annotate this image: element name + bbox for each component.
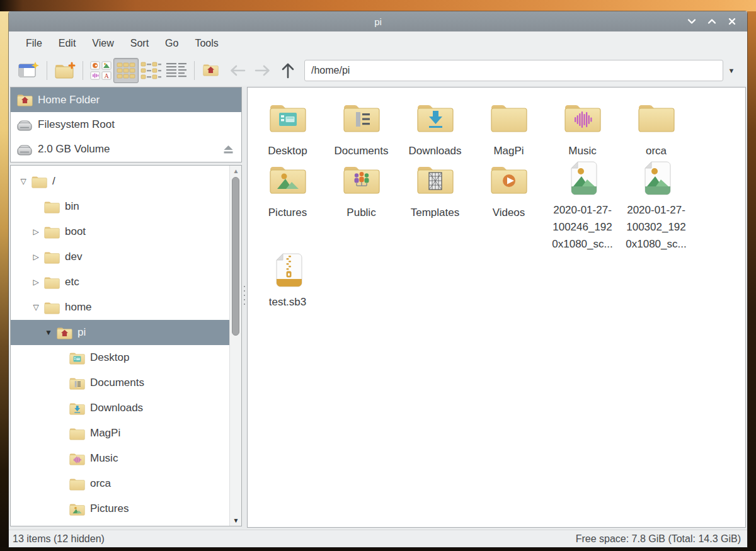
tree-item-label: home <box>65 301 92 314</box>
expander-icon[interactable]: ▼ <box>42 328 55 337</box>
file-item-icon <box>268 161 308 201</box>
tree-item-icon <box>42 200 61 214</box>
file-item-label: orca <box>619 142 693 159</box>
folder-icon <box>489 161 529 197</box>
thumbnail-view-button[interactable]: A <box>88 58 113 83</box>
expander-icon[interactable]: ▷ <box>30 227 42 236</box>
file-item[interactable]: Pictures <box>251 158 324 221</box>
pane-splitter[interactable] <box>243 86 246 530</box>
tree-item[interactable]: Music <box>11 446 241 471</box>
scroll-down-arrow[interactable]: ▼ <box>230 517 242 524</box>
menu-item[interactable]: Tools <box>186 34 226 53</box>
folder-icon <box>415 161 455 197</box>
tree-item-icon <box>42 250 61 264</box>
tree-item-icon <box>30 174 49 189</box>
tree-item[interactable]: MagPi <box>11 421 241 446</box>
statusbar: 13 items (12 hidden) Free space: 7.8 GiB… <box>9 530 747 547</box>
menu-item[interactable]: Go <box>157 34 186 53</box>
tree-item[interactable]: Documents <box>11 370 241 395</box>
scrollbar-thumb[interactable] <box>232 177 239 336</box>
file-item[interactable]: Desktop <box>251 96 324 159</box>
file-item[interactable]: 2020-01-27- 100302_192 0x1080_sc... <box>619 158 693 253</box>
titlebar[interactable]: pi <box>9 11 747 31</box>
places-item[interactable]: 2.0 GB Volume <box>11 137 241 161</box>
tree-item[interactable]: ▷ <box>11 244 241 270</box>
home-button[interactable] <box>200 58 225 83</box>
file-item[interactable]: test.sb3 <box>251 250 324 310</box>
scroll-up-arrow[interactable]: ▲ <box>230 168 242 174</box>
file-item-icon <box>489 161 529 201</box>
place-label: Home Folder <box>38 94 100 106</box>
templates-emblem <box>429 173 442 190</box>
file-item[interactable]: Public <box>324 158 398 221</box>
file-item[interactable]: orca <box>619 96 693 159</box>
folder-icon <box>69 502 86 516</box>
expander-icon[interactable]: ▷ <box>30 253 42 261</box>
icon-view-button[interactable] <box>113 58 139 83</box>
tree-item[interactable]: Downloads <box>11 395 241 421</box>
places-item[interactable]: Filesystem Root <box>11 112 241 137</box>
forward-button[interactable] <box>250 58 275 83</box>
tree-item[interactable]: orca <box>11 471 241 496</box>
up-arrow-icon <box>280 62 295 79</box>
menu-item[interactable]: File <box>18 34 50 53</box>
tree-item-icon <box>42 225 61 239</box>
new-window-button[interactable] <box>16 58 42 83</box>
folder-icon <box>636 99 677 135</box>
file-item[interactable]: 2020-01-27- 100246_192 0x1080_sc... <box>546 158 619 253</box>
expander-icon[interactable]: ▽ <box>17 177 30 186</box>
eject-button[interactable] <box>223 144 234 154</box>
file-item-icon <box>415 161 455 201</box>
expander-icon[interactable]: ▽ <box>30 303 42 312</box>
splitter-grip-icon <box>244 286 245 307</box>
file-item-icon <box>268 250 308 290</box>
tree-item[interactable]: Pictures <box>11 496 241 521</box>
folder-icon <box>43 225 60 239</box>
tree-item-label: / <box>52 175 55 188</box>
menu-item[interactable]: Sort <box>122 34 157 53</box>
tree-scrollbar[interactable]: ▲ ▼ <box>229 166 241 526</box>
path-input[interactable] <box>304 60 723 81</box>
tree-item[interactable]: ▼ <box>11 320 241 345</box>
tree-item-icon <box>42 275 61 290</box>
file-item[interactable]: Music <box>546 96 619 159</box>
places-panel: Home Folder Filesystem Root 2.0 GB Volum… <box>10 87 242 162</box>
file-item[interactable]: Templates <box>398 158 472 221</box>
menu-item[interactable]: Edit <box>50 34 84 53</box>
file-item-label: MagPi <box>472 142 546 159</box>
file-item[interactable]: Documents <box>324 96 398 159</box>
tree-item[interactable]: bin <box>11 194 241 219</box>
forward-arrow-icon <box>253 64 272 77</box>
dropdown-caret-icon: ▼ <box>728 67 735 74</box>
back-button[interactable] <box>225 58 250 83</box>
file-item[interactable]: Videos <box>472 158 546 221</box>
folder-icon <box>56 326 73 340</box>
tree-item[interactable]: ▷ <box>11 270 241 295</box>
new-folder-button[interactable] <box>52 58 77 83</box>
file-item-label: Music <box>546 142 619 159</box>
file-view-panel: Desktop <box>247 87 746 528</box>
tree-item[interactable]: Desktop <box>11 345 241 370</box>
tree-item[interactable]: ▽ <box>11 169 241 194</box>
tree-item-label: Music <box>90 452 118 465</box>
expander-icon[interactable]: ▷ <box>30 278 42 287</box>
compact-view-button[interactable] <box>139 58 164 83</box>
places-item[interactable]: Home Folder <box>11 88 241 112</box>
menubar: FileEditViewSortGoTools <box>9 31 747 55</box>
detailed-list-view-button[interactable] <box>164 58 189 83</box>
folder-icon <box>69 376 86 390</box>
tree-item-icon <box>67 351 86 365</box>
tree-item-label: dev <box>65 251 82 263</box>
tree-item-label: MagPi <box>90 427 120 440</box>
toolbar-separator <box>194 61 195 80</box>
tree-item[interactable]: ▷ <box>11 219 241 244</box>
menu-item[interactable]: View <box>84 34 122 53</box>
file-item[interactable]: MagPi <box>472 96 546 159</box>
tree-item[interactable]: ▽ <box>11 295 241 320</box>
file-item[interactable]: Downloads <box>398 96 472 159</box>
up-button[interactable] <box>275 58 301 83</box>
folder-icon <box>43 250 60 264</box>
path-dropdown-button[interactable]: ▼ <box>723 60 740 81</box>
file-item-icon <box>563 99 603 139</box>
tree-item-label: bin <box>65 200 79 213</box>
